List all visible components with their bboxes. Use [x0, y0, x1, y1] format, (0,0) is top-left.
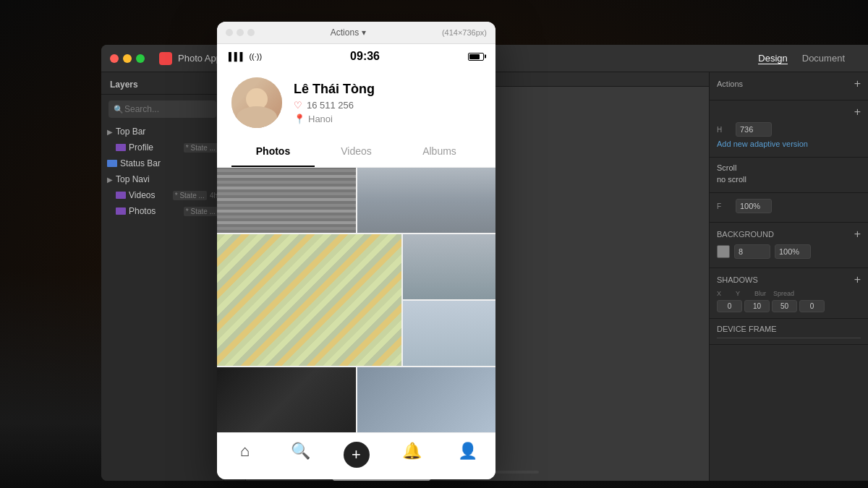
adaptive-row: Add new adaptive version — [717, 140, 861, 148]
phone-stats: ♡ 16 511 256 — [339, 171, 425, 178]
dots-tool[interactable]: ⋯ — [226, 250, 244, 267]
panel-section-header: DEVICE FRAME — [717, 325, 861, 333]
add-adaptive-link[interactable]: Add new adaptive version — [717, 140, 808, 148]
scroll-option-1[interactable]: Scroll — [717, 163, 737, 172]
add-button[interactable]: + — [854, 78, 861, 90]
bg-opacity-pct[interactable]: 100% — [775, 244, 811, 259]
tab-photos-mini[interactable]: Photos — [331, 182, 382, 198]
pen-tool[interactable]: ✏ — [226, 132, 244, 150]
layer-item-top-navi[interactable]: ▶ Top Navi — [101, 171, 224, 187]
x-label: X — [717, 290, 731, 297]
canvas-label — [394, 471, 539, 474]
toolbar-divider — [228, 209, 242, 210]
signal-icon: ▌▌▌ — [399, 111, 412, 117]
dropdown-arrow[interactable]: ▾ — [266, 53, 271, 63]
h-label: H — [717, 126, 731, 134]
canvas-area[interactable]: -300 -200 -100 0 100 200 300 ⊹ ◎ ✏ A ⬜ 🖼… — [224, 72, 709, 481]
search-icon: 🔍 — [114, 105, 124, 114]
minimize-button[interactable] — [123, 54, 132, 63]
opacity-input[interactable]: 100% — [736, 199, 772, 213]
text-tool[interactable]: A — [226, 151, 244, 168]
opacity-label: F — [717, 202, 731, 210]
app-icon — [159, 52, 172, 65]
add-size-button[interactable]: + — [854, 106, 861, 118]
layer-state-badge: * State ... — [184, 143, 218, 153]
ruler-mark: -300 — [253, 77, 289, 85]
blur-label: Blur — [754, 290, 769, 297]
layer-label: Top Navi — [116, 174, 218, 184]
no-scroll-row: no scroll — [717, 175, 861, 184]
layer-type-icon — [116, 192, 126, 199]
layer-item-profile[interactable]: Profile * State ... — [101, 140, 224, 155]
expand-icon[interactable]: ⊡ — [288, 51, 297, 65]
close-button[interactable] — [110, 54, 119, 63]
layer-number: 4h — [210, 192, 218, 200]
photo-cell — [331, 287, 375, 330]
layer-item-top-bar[interactable]: ▶ Top Bar — [101, 124, 224, 140]
bg-opacity[interactable]: 8 — [734, 244, 770, 259]
nav-home[interactable]: ⌂ — [331, 461, 365, 474]
grid-tool[interactable]: ▦ — [226, 213, 244, 230]
phone-photo-grid — [331, 199, 432, 330]
layers-panel: Layers 🔍 ▶ Top Bar Profile * State ... S… — [101, 72, 224, 481]
layer-item-status-bar[interactable]: Status Bar — [101, 155, 224, 171]
add-shadow-button[interactable]: + — [854, 274, 861, 286]
layer-type-icon — [107, 160, 117, 167]
ruler-mark: 0 — [362, 77, 398, 85]
search-input[interactable] — [109, 100, 216, 118]
shadow-blur[interactable]: 50 — [772, 300, 797, 312]
panel-section-header: BACKGROUND + — [717, 228, 861, 240]
shadows-label: SHADOWS — [717, 275, 758, 284]
height-row: H 736 — [717, 122, 861, 137]
chevron-icon: ▶ — [107, 176, 113, 184]
search-canvas[interactable]: 🔍 — [226, 231, 244, 249]
phone-mockup-small: 09:36 ▌▌▌ ((·)) Lê Thái Tò... ♡ 16 511 2… — [326, 101, 438, 481]
select-tool[interactable]: ⊹ — [226, 90, 244, 107]
app-name: Photo App — [178, 53, 221, 64]
bg-row: 8 100% — [717, 244, 861, 259]
color-swatch[interactable] — [717, 245, 730, 258]
ruler-horizontal: -300 -200 -100 0 100 200 300 — [224, 72, 709, 87]
right-panel: Actions + + H 736 Add new adaptive versi… — [709, 72, 868, 481]
ruler-mark: -100 — [326, 77, 362, 85]
ruler-mark: 100 — [398, 77, 434, 85]
scroll-row: Scroll — [717, 163, 861, 172]
nav-search[interactable]: 🔍 — [365, 461, 398, 474]
image-tool[interactable]: 🖼 — [226, 189, 244, 206]
ruler-mark: 300 — [470, 77, 506, 85]
shadow-x[interactable]: 0 — [717, 300, 742, 312]
phone-tabs: Photos Videos — [331, 182, 432, 199]
toolbar-divider — [228, 270, 242, 271]
tab-videos-mini[interactable]: Videos — [382, 182, 433, 198]
move-tool[interactable]: ◎ — [226, 108, 244, 126]
shadow-spread[interactable]: 0 — [799, 300, 825, 312]
layer-item-photos[interactable]: Photos * State ... — [101, 203, 224, 219]
opacity-row: F 100% — [717, 199, 861, 213]
panel-size: + H 736 Add new adaptive version — [710, 100, 868, 158]
panel-section-header: Actions + — [717, 78, 861, 90]
traffic-lights — [110, 54, 145, 63]
layer-label: Status Bar — [120, 158, 218, 168]
title-bar: Photo App — Profile ▾ ⊡ Design Document — [101, 45, 868, 72]
tab-design[interactable]: Design — [758, 53, 787, 64]
photo-cell — [331, 243, 375, 286]
device-frame-label: DEVICE FRAME — [717, 325, 777, 333]
layer-item-videos[interactable]: Videos * State ... 4h — [101, 187, 224, 203]
y-label: Y — [736, 290, 750, 297]
search-wrapper: 🔍 — [109, 100, 216, 118]
shadow-y[interactable]: 10 — [744, 300, 770, 312]
panel-background: BACKGROUND + 8 100% — [710, 223, 868, 268]
layer-type-icon — [116, 207, 126, 215]
add-bg-button[interactable]: + — [854, 228, 861, 240]
panel-actions: Actions + — [710, 72, 868, 100]
layer-label: Top Bar — [116, 127, 218, 137]
photo-cell — [382, 199, 425, 242]
tab-document[interactable]: Document — [802, 53, 845, 64]
panel-opacity: F 100% — [710, 193, 868, 223]
shape-tool[interactable]: ⬜ — [226, 170, 244, 187]
height-input[interactable]: 736 — [736, 122, 772, 137]
scroll-option-2[interactable]: no scroll — [717, 175, 746, 184]
maximize-button[interactable] — [136, 54, 145, 63]
panel-section-header: + — [717, 106, 861, 118]
phone-status-bar: 09:36 ▌▌▌ ((·)) — [331, 107, 432, 121]
